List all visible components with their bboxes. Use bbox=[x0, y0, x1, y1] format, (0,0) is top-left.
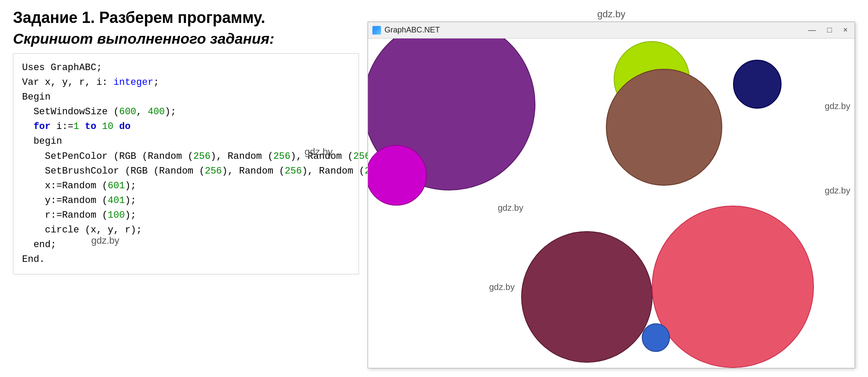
app-window: GraphABC.NET — □ × gdz.by gdz.by gdz.by … bbox=[368, 22, 855, 368]
circle-c8 bbox=[642, 323, 670, 352]
left-panel: Задание 1. Разберем программу. Скриншот … bbox=[13, 9, 368, 368]
code-area: Uses GraphABC;Var x, y, r, i: integer;Be… bbox=[13, 53, 359, 274]
code-line: End. bbox=[22, 252, 350, 267]
window-controls: — □ × bbox=[806, 25, 850, 35]
code-line: x:=Random (601); bbox=[22, 179, 350, 193]
watermark-top-center: gdz.by bbox=[368, 9, 855, 20]
watermark-canvas-top-right: gdz.by bbox=[825, 101, 850, 111]
code-line: r:=Random (100); bbox=[22, 208, 350, 223]
close-button[interactable]: × bbox=[840, 25, 850, 35]
code-line: Uses GraphABC; bbox=[22, 61, 350, 75]
code-line: for i:=1 to 10 do bbox=[22, 119, 350, 134]
code-line: y:=Random (401); bbox=[22, 193, 350, 208]
window-titlebar: GraphABC.NET — □ × bbox=[368, 22, 855, 39]
window-title: GraphABC.NET bbox=[384, 26, 806, 35]
code-line: SetPenColor (RGB (Random (256), Random (… bbox=[22, 149, 350, 164]
code-line: SetBrushColor (RGB (Random (256), Random… bbox=[22, 164, 350, 179]
watermark-bottom-left: gdz.by bbox=[91, 233, 119, 248]
code-line: begin bbox=[22, 134, 350, 149]
screenshot-label: Скриншот выполненного задания: bbox=[13, 30, 359, 47]
maximize-button[interactable]: □ bbox=[825, 25, 835, 35]
watermark-code-area: gdz.by bbox=[304, 145, 333, 159]
circle-c4 bbox=[606, 69, 722, 185]
circle-c5 bbox=[733, 60, 782, 108]
watermark-canvas-mid: gdz.by bbox=[498, 203, 523, 213]
watermark-canvas-mid-right: gdz.by bbox=[825, 186, 850, 196]
circle-c7 bbox=[652, 206, 814, 368]
code-line: end; bbox=[22, 238, 350, 252]
code-line: Var x, y, r, i: integer; bbox=[22, 75, 350, 90]
task-title-bold: Задание 1. Разберем программу. bbox=[13, 9, 265, 26]
code-line: Begin bbox=[22, 90, 350, 105]
canvas-area: gdz.by gdz.by gdz.by gdz.by gdz.by bbox=[368, 39, 855, 368]
task-title: Задание 1. Разберем программу. bbox=[13, 9, 359, 27]
minimize-button[interactable]: — bbox=[806, 25, 819, 35]
right-panel: gdz.by GraphABC.NET — □ × gdz.by gdz.by … bbox=[368, 9, 855, 368]
app-icon bbox=[372, 26, 381, 35]
page: Задание 1. Разберем программу. Скриншот … bbox=[0, 0, 868, 377]
code-line: circle (x, y, r); bbox=[22, 223, 350, 238]
watermark-canvas-bottom-mid: gdz.by bbox=[489, 282, 515, 292]
circle-c2 bbox=[368, 145, 427, 206]
code-line: SetWindowSize (600, 400); bbox=[22, 105, 350, 119]
circle-c6 bbox=[521, 231, 653, 363]
